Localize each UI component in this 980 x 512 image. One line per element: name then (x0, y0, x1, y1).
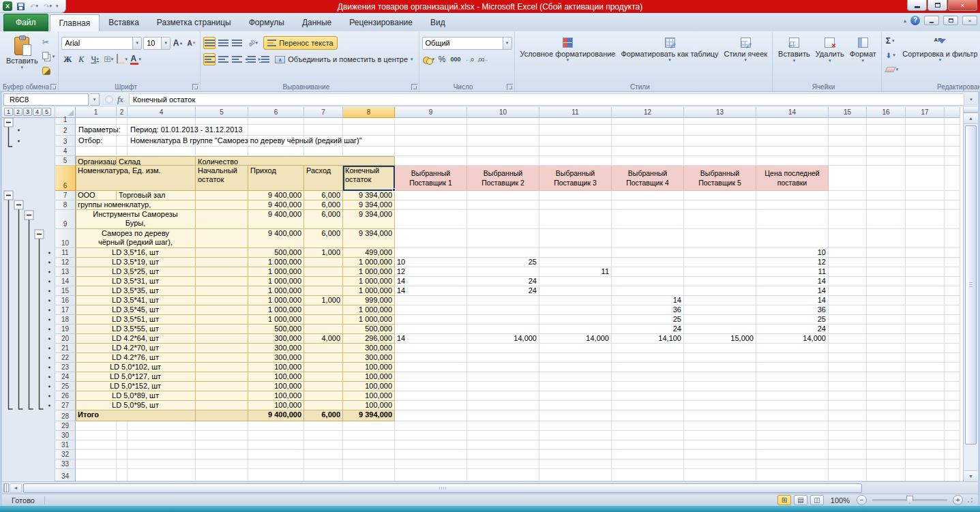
view-page-layout-button[interactable]: ▤ (794, 495, 807, 505)
cell[interactable] (395, 410, 467, 421)
cell[interactable] (945, 200, 960, 210)
supplier4-cell[interactable] (612, 210, 684, 229)
outline-level-4[interactable]: 4 (33, 108, 42, 116)
header-supplier-3[interactable]: Выбранный Поставщик 3 (539, 166, 612, 191)
supplier2-cell[interactable] (467, 382, 539, 391)
row-header[interactable]: 22 (55, 353, 76, 363)
cell[interactable] (945, 421, 960, 431)
cell[interactable] (304, 258, 343, 267)
cell[interactable]: 6,000 (304, 229, 343, 248)
cell[interactable]: 100,000 (248, 372, 304, 382)
supplier2-cell[interactable]: 14,000 (467, 334, 539, 344)
cell[interactable] (829, 372, 867, 382)
last-price-cell[interactable] (756, 344, 829, 353)
cell[interactable] (829, 286, 867, 296)
name-cell[interactable]: LD 4.2*64, шт (76, 334, 196, 344)
supplier1-cell[interactable] (395, 315, 467, 325)
vertical-scrollbar[interactable]: ▲ ▼ (963, 107, 978, 481)
format-painter-button[interactable] (41, 65, 57, 77)
cell[interactable] (906, 334, 945, 344)
cell[interactable]: 9 394,000 (343, 191, 395, 200)
cell[interactable] (684, 450, 756, 460)
supplier4-cell[interactable]: 24 (612, 325, 684, 334)
cell[interactable] (867, 125, 906, 136)
supplier3-cell[interactable]: 14,000 (539, 334, 612, 344)
zoom-slider-thumb[interactable] (906, 496, 913, 504)
supplier4-cell[interactable] (612, 344, 684, 353)
cell[interactable] (343, 440, 395, 450)
last-price-cell[interactable] (756, 191, 829, 200)
supplier4-cell[interactable] (612, 401, 684, 410)
cell[interactable] (945, 469, 960, 481)
cell[interactable] (684, 147, 756, 156)
cell[interactable] (196, 334, 248, 344)
supplier1-cell[interactable] (395, 325, 467, 334)
cell[interactable] (395, 118, 467, 125)
cell[interactable] (829, 363, 867, 372)
cell[interactable] (76, 147, 117, 156)
cell[interactable] (945, 277, 960, 286)
cell[interactable]: 300,000 (248, 353, 304, 363)
supplier5-cell[interactable] (684, 382, 756, 391)
cell[interactable] (128, 431, 196, 440)
supplier4-cell[interactable] (612, 267, 684, 277)
undo-button[interactable]: ↶▾ (29, 1, 40, 11)
cell[interactable] (76, 440, 117, 450)
tab-5[interactable]: Данные (293, 14, 340, 31)
cell[interactable] (196, 258, 248, 267)
cell[interactable]: 300,000 (343, 344, 395, 353)
cell[interactable]: 500,000 (248, 325, 304, 334)
name-cell[interactable]: LD 3,5*35, шт (76, 286, 196, 296)
cell[interactable] (867, 410, 906, 421)
zoom-in-button[interactable]: + (953, 495, 963, 505)
row-header[interactable]: 27 (55, 401, 76, 410)
row-header[interactable]: 18 (55, 315, 76, 325)
supplier3-cell[interactable] (539, 391, 612, 401)
cell[interactable] (117, 421, 128, 431)
supplier5-cell[interactable] (684, 315, 756, 325)
row-header[interactable]: 3 (55, 136, 76, 147)
cell[interactable]: 500,000 (343, 325, 395, 334)
cell[interactable] (756, 460, 829, 469)
supplier5-cell[interactable] (684, 305, 756, 315)
cell[interactable] (945, 391, 960, 401)
cell[interactable] (248, 118, 304, 125)
cell[interactable]: 100,000 (343, 401, 395, 410)
cell[interactable] (945, 125, 960, 136)
cell[interactable] (539, 450, 612, 460)
cell[interactable] (76, 421, 117, 431)
cell[interactable] (612, 431, 684, 440)
supplier4-cell[interactable] (612, 353, 684, 363)
cell[interactable] (612, 125, 684, 136)
cell[interactable] (945, 286, 960, 296)
name-cell[interactable]: LD 3,5*19, шт (76, 258, 196, 267)
last-price-cell[interactable] (756, 391, 829, 401)
supplier1-cell[interactable]: 14 (395, 334, 467, 344)
increase-decimal-button[interactable]: ←,0 (463, 53, 475, 65)
cell[interactable]: 500,000 (248, 248, 304, 258)
cell[interactable] (829, 450, 867, 460)
cell[interactable] (196, 200, 248, 210)
cell[interactable] (539, 431, 612, 440)
cell[interactable] (467, 118, 539, 125)
last-price-cell[interactable]: 14,000 (756, 334, 829, 344)
row-header[interactable]: 10 (55, 229, 76, 248)
column-header[interactable]: 10 (467, 107, 539, 118)
header-supplier-4[interactable]: Выбранный Поставщик 4 (612, 166, 684, 191)
last-price-cell[interactable] (756, 382, 829, 391)
row-header[interactable]: 26 (55, 391, 76, 401)
supplier2-cell[interactable] (467, 229, 539, 248)
cell[interactable] (756, 147, 829, 156)
row-header[interactable]: 14 (55, 277, 76, 286)
supplier2-cell[interactable] (467, 391, 539, 401)
cell[interactable]: 1 000,000 (248, 258, 304, 267)
cell[interactable] (684, 125, 756, 136)
row-header[interactable]: 16 (55, 296, 76, 305)
row-header[interactable]: 17 (55, 305, 76, 315)
cell[interactable] (829, 382, 867, 391)
outline-level-2[interactable]: 2 (14, 108, 23, 116)
row-header[interactable]: 1 (55, 118, 76, 125)
cell[interactable] (906, 210, 945, 229)
insert-function-button[interactable]: fx (115, 95, 128, 105)
supplier5-cell[interactable] (684, 363, 756, 372)
